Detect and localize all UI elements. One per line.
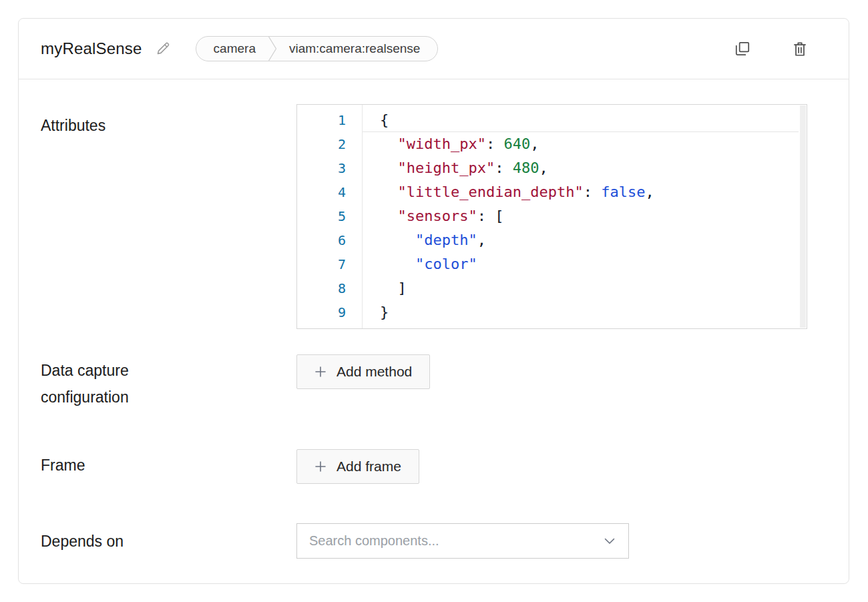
attributes-row: Attributes 1{2 "width_px": 640,3 "height… <box>41 104 807 329</box>
code-line: 3 "height_px": 480, <box>297 156 807 180</box>
code-line: 8 ] <box>297 276 807 300</box>
code-line: 4 "little_endian_depth": false, <box>297 180 807 204</box>
line-number: 6 <box>297 228 362 252</box>
chevron-down-icon <box>604 538 615 545</box>
code-line: 7 "color" <box>297 252 807 276</box>
line-number: 3 <box>297 156 362 180</box>
attributes-code-editor[interactable]: 1{2 "width_px": 640,3 "height_px": 480,4… <box>296 104 807 329</box>
component-name: myRealSense <box>41 39 142 58</box>
duplicate-button[interactable] <box>731 37 754 60</box>
code-line-content: { <box>362 108 799 132</box>
code-line-content: ] <box>362 276 799 300</box>
card-header: myRealSense camera viam:camera:realsense <box>19 19 849 79</box>
line-number: 5 <box>297 204 362 228</box>
duplicate-icon <box>734 40 751 57</box>
depends-on-select[interactable] <box>296 523 629 559</box>
line-number: 4 <box>297 180 362 204</box>
code-line-content: "little_endian_depth": false, <box>362 180 799 204</box>
add-frame-button[interactable]: Add frame <box>296 449 419 484</box>
frame-row: Frame Add frame <box>41 449 807 484</box>
depends-on-row: Depends on <box>41 523 807 559</box>
add-method-label: Add method <box>337 364 412 380</box>
code-line-content: "height_px": 480, <box>362 156 799 180</box>
data-capture-label: Data capture configuration <box>41 354 208 410</box>
card-body: Attributes 1{2 "width_px": 640,3 "height… <box>19 79 849 583</box>
page: myRealSense camera viam:camera:realsense <box>0 0 868 602</box>
delete-button[interactable] <box>789 37 811 60</box>
attributes-label: Attributes <box>41 104 208 139</box>
breadcrumb-type: camera <box>196 41 268 56</box>
code-line: 6 "depth", <box>297 228 807 252</box>
line-number: 8 <box>297 276 362 300</box>
code-line: 5 "sensors": [ <box>297 204 807 228</box>
trash-icon <box>791 40 809 57</box>
line-number: 7 <box>297 252 362 276</box>
code-line-content: "depth", <box>362 228 799 252</box>
plus-icon <box>314 366 327 378</box>
component-type-breadcrumb: camera viam:camera:realsense <box>196 36 439 61</box>
code-line: 1{ <box>297 108 807 132</box>
breadcrumb-separator-icon <box>268 36 277 61</box>
line-number: 9 <box>297 300 362 324</box>
code-line: 2 "width_px": 640, <box>297 132 807 156</box>
plus-icon <box>314 461 327 473</box>
search-components-input[interactable] <box>309 533 604 549</box>
code-line-content: "width_px": 640, <box>362 132 799 156</box>
frame-label: Frame <box>41 449 208 479</box>
data-capture-row: Data capture configuration Add method <box>41 354 807 410</box>
edit-name-button[interactable] <box>153 39 173 59</box>
header-actions <box>731 37 811 60</box>
pencil-icon <box>156 41 170 56</box>
code-line-content: "sensors": [ <box>362 204 799 228</box>
breadcrumb-model: viam:camera:realsense <box>277 41 437 56</box>
depends-on-label: Depends on <box>41 528 208 555</box>
code-line: 9} <box>297 300 807 324</box>
code-editor-lines: 1{2 "width_px": 640,3 "height_px": 480,4… <box>297 108 807 324</box>
line-number: 1 <box>297 108 362 132</box>
add-frame-label: Add frame <box>337 459 401 475</box>
code-line-content: "color" <box>362 252 799 276</box>
component-card: myRealSense camera viam:camera:realsense <box>18 18 849 584</box>
code-line-content: } <box>362 300 799 324</box>
add-method-button[interactable]: Add method <box>296 354 430 389</box>
line-number: 2 <box>297 132 362 156</box>
editor-scrollbar[interactable] <box>800 105 806 328</box>
